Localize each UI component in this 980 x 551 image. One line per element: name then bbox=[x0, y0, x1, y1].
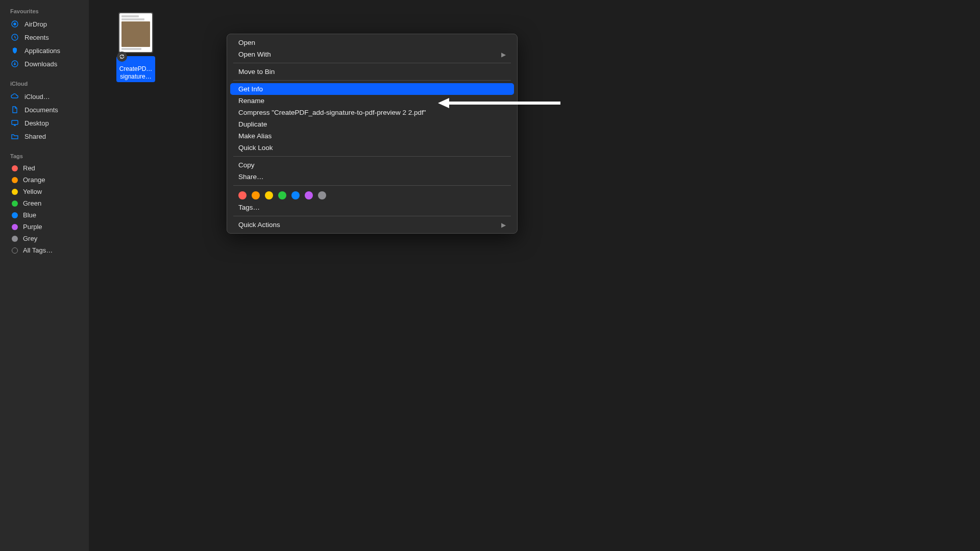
chevron-right-icon: ▶ bbox=[501, 51, 506, 58]
file-item[interactable]: CreatePD…signature… bbox=[112, 12, 160, 82]
sidebar-item-icloud-drive[interactable]: iCloud… bbox=[0, 90, 89, 103]
sidebar-item-label: Downloads bbox=[24, 60, 57, 68]
menu-item-open[interactable]: Open bbox=[227, 37, 517, 48]
menu-item-share[interactable]: Share… bbox=[227, 171, 517, 183]
sidebar-item-desktop[interactable]: Desktop bbox=[0, 116, 89, 130]
menu-item-label: Share… bbox=[238, 173, 264, 181]
applications-icon bbox=[10, 46, 19, 55]
tag-dot-blue-icon bbox=[12, 212, 18, 218]
sidebar-tag-purple[interactable]: Purple bbox=[0, 221, 89, 233]
sidebar-item-label: iCloud… bbox=[24, 93, 50, 101]
sidebar: Favourites AirDrop Recents Applications … bbox=[0, 0, 89, 551]
menu-item-label: Open With bbox=[238, 51, 271, 58]
shared-icon bbox=[10, 132, 19, 141]
tag-dot-orange-icon bbox=[12, 177, 18, 183]
menu-item-label: Move to Bin bbox=[238, 68, 275, 76]
tags-title: Tags bbox=[0, 151, 89, 162]
sidebar-item-label: Documents bbox=[24, 106, 58, 114]
menu-item-make-alias[interactable]: Make Alias bbox=[227, 130, 517, 142]
sidebar-section-favourites: Favourites AirDrop Recents Applications … bbox=[0, 6, 89, 70]
context-menu: Open Open With ▶ Move to Bin Get Info Re… bbox=[227, 34, 518, 234]
sidebar-tag-orange[interactable]: Orange bbox=[0, 174, 89, 186]
menu-tag-purple[interactable] bbox=[305, 191, 313, 199]
sidebar-item-label: Applications bbox=[24, 47, 60, 55]
sidebar-item-label: Grey bbox=[23, 235, 37, 242]
sidebar-tag-blue[interactable]: Blue bbox=[0, 209, 89, 221]
menu-divider bbox=[233, 156, 511, 157]
downloads-icon bbox=[10, 59, 19, 68]
sidebar-item-label: All Tags… bbox=[23, 246, 53, 254]
menu-tag-green[interactable] bbox=[278, 191, 286, 199]
file-browser-area[interactable]: CreatePD…signature… Open Open With ▶ Mov… bbox=[89, 0, 980, 551]
favourites-title: Favourites bbox=[0, 6, 89, 17]
tag-dot-green-icon bbox=[12, 201, 18, 207]
menu-divider bbox=[233, 80, 511, 81]
menu-divider bbox=[233, 216, 511, 216]
menu-item-compress[interactable]: Compress "CreatePDF_add-signature-to-pdf… bbox=[227, 107, 517, 118]
sidebar-tag-green[interactable]: Green bbox=[0, 197, 89, 209]
recents-icon bbox=[10, 33, 19, 42]
sidebar-section-tags: Tags Red Orange Yellow Green Blue Purple… bbox=[0, 151, 89, 256]
menu-tag-orange[interactable] bbox=[252, 191, 260, 199]
icloud-title: iCloud bbox=[0, 79, 89, 90]
airdrop-icon bbox=[10, 19, 19, 29]
tag-dot-purple-icon bbox=[12, 224, 18, 230]
menu-item-quick-look[interactable]: Quick Look bbox=[227, 142, 517, 154]
menu-tag-blue[interactable] bbox=[291, 191, 300, 199]
sidebar-item-label: Orange bbox=[23, 176, 45, 184]
sidebar-tag-grey[interactable]: Grey bbox=[0, 233, 89, 244]
file-thumbnail-icon bbox=[118, 12, 153, 53]
menu-item-quick-actions[interactable]: Quick Actions ▶ bbox=[227, 219, 517, 231]
sidebar-tag-yellow[interactable]: Yellow bbox=[0, 186, 89, 197]
menu-tag-red[interactable] bbox=[238, 191, 247, 199]
svg-rect-4 bbox=[12, 120, 18, 124]
menu-item-label: Tags… bbox=[238, 204, 260, 211]
sidebar-section-icloud: iCloud iCloud… Documents Desktop Shared bbox=[0, 79, 89, 143]
sidebar-item-label: Blue bbox=[23, 211, 36, 219]
cloud-icon bbox=[10, 92, 19, 101]
sidebar-item-label: Red bbox=[23, 164, 35, 172]
sidebar-item-label: Purple bbox=[23, 223, 42, 231]
menu-item-label: Copy bbox=[238, 161, 255, 169]
menu-item-label: Quick Actions bbox=[238, 221, 280, 229]
menu-item-move-to-bin[interactable]: Move to Bin bbox=[227, 66, 517, 78]
menu-item-rename[interactable]: Rename bbox=[227, 95, 517, 107]
tag-dot-yellow-icon bbox=[12, 189, 18, 195]
menu-item-tags[interactable]: Tags… bbox=[227, 202, 517, 213]
sidebar-item-label: Green bbox=[23, 199, 41, 207]
menu-divider bbox=[233, 63, 511, 63]
tag-dot-all-icon bbox=[12, 247, 18, 254]
tag-dot-grey-icon bbox=[12, 236, 18, 242]
menu-tag-yellow[interactable] bbox=[265, 191, 273, 199]
sidebar-tag-all[interactable]: All Tags… bbox=[0, 244, 89, 256]
menu-item-open-with[interactable]: Open With ▶ bbox=[227, 48, 517, 60]
menu-item-label: Duplicate bbox=[238, 120, 267, 128]
menu-item-copy[interactable]: Copy bbox=[227, 159, 517, 171]
sidebar-tag-red[interactable]: Red bbox=[0, 162, 89, 174]
sidebar-item-label: Yellow bbox=[23, 188, 42, 195]
menu-tag-grey[interactable] bbox=[318, 191, 326, 199]
tag-dot-red-icon bbox=[12, 165, 18, 171]
menu-item-label: Quick Look bbox=[238, 144, 273, 152]
menu-item-label: Compress "CreatePDF_add-signature-to-pdf… bbox=[238, 109, 426, 116]
menu-item-duplicate[interactable]: Duplicate bbox=[227, 118, 517, 130]
sidebar-item-documents[interactable]: Documents bbox=[0, 103, 89, 116]
menu-item-label: Rename bbox=[238, 97, 264, 105]
menu-item-label: Open bbox=[238, 39, 255, 46]
menu-item-label: Get Info bbox=[238, 85, 263, 93]
sidebar-item-recents[interactable]: Recents bbox=[0, 31, 89, 44]
sidebar-item-label: Desktop bbox=[24, 119, 49, 127]
sidebar-item-shared[interactable]: Shared bbox=[0, 130, 89, 143]
chevron-right-icon: ▶ bbox=[501, 221, 506, 229]
desktop-icon bbox=[10, 118, 19, 128]
sidebar-item-label: AirDrop bbox=[24, 20, 47, 28]
sidebar-item-airdrop[interactable]: AirDrop bbox=[0, 17, 89, 31]
sidebar-item-downloads[interactable]: Downloads bbox=[0, 57, 89, 70]
menu-item-get-info[interactable]: Get Info bbox=[230, 83, 514, 95]
menu-divider bbox=[233, 185, 511, 186]
svg-point-1 bbox=[14, 23, 16, 25]
menu-tag-row bbox=[227, 188, 517, 202]
sidebar-item-label: Shared bbox=[24, 133, 46, 140]
sidebar-item-label: Recents bbox=[24, 34, 49, 41]
sidebar-item-applications[interactable]: Applications bbox=[0, 44, 89, 57]
